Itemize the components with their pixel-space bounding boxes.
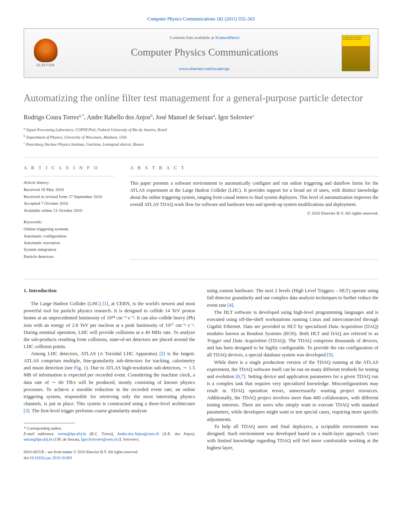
publisher-name: ELSEVIER xyxy=(37,63,55,67)
author-2: José Manoel de Seixasa xyxy=(156,114,215,120)
history-received: Received 18 May 2010 xyxy=(24,187,114,193)
journal-url[interactable]: www.elsevier.com/locate/cpc xyxy=(179,66,230,71)
issn-line: 0010-4655/$ – see front matter © 2010 El… xyxy=(24,449,195,455)
para-r4: To help all TDAQ users and final deploye… xyxy=(207,423,378,452)
abstract-text: This paper presents a software environme… xyxy=(130,180,378,208)
keywords-label: Keywords: xyxy=(24,219,114,225)
article-info-sidebar: A R T I C L E I N F O Article history: R… xyxy=(24,165,114,267)
journal-header: ELSEVIER Contents lists available at Sci… xyxy=(24,28,378,78)
corresponding-author: * Corresponding author. E-mail addresses… xyxy=(24,426,195,442)
para-r2: The HLT software is developed using high… xyxy=(207,309,378,359)
contents-prefix: Contents lists available at xyxy=(169,35,215,40)
author-1: Andre Rabello dos Anjosb xyxy=(87,114,153,120)
ref-1[interactable]: [1] xyxy=(102,301,108,306)
history-revised: Received in revised form 27 September 20… xyxy=(24,194,114,200)
affiliation-a: a Signal Processing Laboratory, COPPE/Po… xyxy=(24,126,378,133)
right-column: using custom hardware. The next 2 levels… xyxy=(207,287,378,461)
affiliation-b: b Department of Physics, University of W… xyxy=(24,134,378,140)
history-accepted: Accepted 7 October 2010 xyxy=(24,200,114,206)
email-addresses: E-mail addresses: torres@lps.ufrj.br (R.… xyxy=(24,431,195,442)
keyword-2: Automatic execution xyxy=(24,240,114,246)
bottom-meta: 0010-4655/$ – see front matter © 2010 El… xyxy=(24,449,195,461)
author-3: Igor Solovievc xyxy=(218,114,254,120)
footnote-divider xyxy=(24,423,75,423)
journal-title: Computer Physics Communications xyxy=(67,45,342,59)
para-2: Among LHC detectors, ATLAS (A Toroidal L… xyxy=(24,350,195,414)
sciencedirect-link[interactable]: ScienceDirect xyxy=(215,35,240,40)
body-text: 1. Introduction The Large Hadron Collide… xyxy=(24,287,378,461)
corr-label: * Corresponding author. xyxy=(24,426,195,431)
journal-cover-thumbnail: COMPUTER PHYSICS COMMUNICATIONS xyxy=(342,35,370,71)
article-title: Automatizing the online filter test mana… xyxy=(24,92,378,105)
keyword-0: Online triggering systems xyxy=(24,226,114,232)
ref-5[interactable]: [5] xyxy=(327,352,333,358)
para-r1: using custom hardware. The next 2 levels… xyxy=(207,287,378,308)
email-3[interactable]: Igor.Soloviev@cern.ch xyxy=(81,437,118,441)
cover-text: COMPUTER PHYSICS COMMUNICATIONS xyxy=(342,35,370,41)
doi-label: doi: xyxy=(24,456,30,460)
email-1[interactable]: Andre.dos.Anjos@cern.ch xyxy=(117,432,159,436)
article-info-heading: A R T I C L E I N F O xyxy=(24,165,114,171)
affiliation-c: c Petersburg Nuclear Physics Institute, … xyxy=(24,141,378,147)
contents-available: Contents lists available at ScienceDirec… xyxy=(67,35,342,41)
abstract-section: A B S T R A C T This paper presents a so… xyxy=(130,165,378,267)
ref-6-7[interactable]: [6,7] xyxy=(236,374,245,379)
publisher-logo: ELSEVIER xyxy=(32,38,60,69)
keyword-4: Particle detectors xyxy=(24,254,114,260)
keyword-3: System integration xyxy=(24,247,114,252)
left-column: 1. Introduction The Large Hadron Collide… xyxy=(24,287,195,461)
author-list: Rodrigo Coura Torresa,*, Andre Rabello d… xyxy=(24,112,378,122)
para-1: The Large Hadron Collider (LHC) [1], at … xyxy=(24,300,195,350)
doi-link[interactable]: 10.1016/j.cpc.2010.10.003 xyxy=(30,456,72,460)
email-2[interactable]: seixas@lps.ufrj.br xyxy=(24,437,52,441)
keyword-1: Automatic configuration xyxy=(24,233,114,239)
divider xyxy=(24,157,378,158)
fig-1-link[interactable]: Fig. 1 xyxy=(74,365,86,371)
citation-line: Computer Physics Communications 182 (201… xyxy=(24,16,378,22)
history-label: Article history: xyxy=(24,180,114,185)
affiliations: a Signal Processing Laboratory, COPPE/Po… xyxy=(24,126,378,147)
history-online: Available online 21 October 2010 xyxy=(24,208,114,213)
abstract-copyright: © 2010 Elsevier B.V. All rights reserved… xyxy=(130,210,378,216)
citation-link[interactable]: Computer Physics Communications 182 (201… xyxy=(147,16,255,22)
email-0[interactable]: torres@lps.ufrj.br xyxy=(58,432,86,436)
para-r3: While there is a single production versi… xyxy=(207,359,378,423)
ref-2[interactable]: [2] xyxy=(159,351,165,356)
elsevier-tree-icon xyxy=(34,39,58,62)
author-0: Rodrigo Coura Torresa,* xyxy=(24,114,84,120)
abstract-heading: A B S T R A C T xyxy=(130,165,378,171)
ref-3[interactable]: [3] xyxy=(24,408,30,413)
section-1-heading: 1. Introduction xyxy=(24,287,195,295)
ref-4[interactable]: [4] xyxy=(227,302,233,308)
